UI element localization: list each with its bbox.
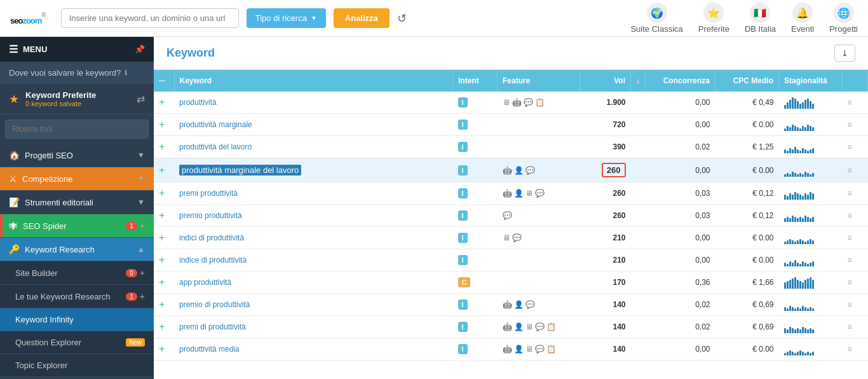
keyword-cell[interactable]: produttività marginale del lavoro <box>174 158 453 183</box>
row-dots[interactable]: + <box>154 272 174 294</box>
sidebar-item-le-tue-keyword[interactable]: Le tue Keyword Research 1 + <box>0 285 154 308</box>
mini-bar <box>802 306 804 311</box>
keyword-cell[interactable]: app produttività <box>174 272 453 294</box>
analizza-button[interactable]: Analizza <box>334 8 390 28</box>
mini-bar <box>812 173 814 177</box>
logo-seo: seo <box>10 16 22 25</box>
row-dots[interactable]: + <box>154 183 174 205</box>
row-dots[interactable]: + <box>154 136 174 158</box>
add-keyword-button[interactable]: + <box>159 119 165 130</box>
list-button[interactable]: ≡ <box>843 338 868 361</box>
row-dots[interactable]: + <box>154 338 174 361</box>
list-button[interactable]: ≡ <box>843 294 868 316</box>
export-button[interactable]: ⤓ <box>834 45 855 62</box>
sidebar-item-competizione[interactable]: ⚔ Competizione ▼ <box>0 167 154 191</box>
robot-icon: 🤖 <box>503 300 512 309</box>
row-dots[interactable]: + <box>154 114 174 136</box>
row-dots[interactable]: + <box>154 294 174 316</box>
row-dots[interactable]: + <box>154 227 174 249</box>
eventi-icon[interactable]: 🔔 Eventi <box>791 3 814 34</box>
cpc-cell: € 0,69 <box>715 316 779 338</box>
list-button[interactable]: ≡ <box>843 183 868 205</box>
add-keyword-button[interactable]: + <box>159 232 165 244</box>
col-vol[interactable]: Vol <box>580 70 631 92</box>
keyword-cell[interactable]: indici di produttività <box>174 227 453 249</box>
mini-bar <box>789 174 791 177</box>
col-concorrenza[interactable]: Concorrenza <box>646 70 715 92</box>
sidebar-item-topic-explorer[interactable]: Topic Explorer <box>0 354 154 377</box>
mini-bar <box>799 281 801 289</box>
db-italia-icon[interactable]: 🇮🇹 DB Italia <box>745 3 776 34</box>
col-feature[interactable]: Feature <box>498 70 580 92</box>
plus-icon[interactable]: + <box>140 291 145 301</box>
list-button[interactable]: ≡ <box>843 92 868 114</box>
col-keyword[interactable]: Keyword <box>174 70 453 92</box>
mini-bar <box>794 173 796 177</box>
col-sort[interactable]: ↓ <box>631 70 646 92</box>
keyword-cell[interactable]: premio di produttività <box>174 294 453 316</box>
list-button[interactable]: ≡ <box>843 205 868 227</box>
sidebar-item-keyword-research[interactable]: 🔑 Keyword Research ▲ <box>0 238 154 261</box>
mini-bar <box>792 216 794 222</box>
list-icon: 📋 <box>546 345 556 354</box>
add-keyword-button[interactable]: + <box>159 210 165 221</box>
list-button[interactable]: ≡ <box>843 316 868 338</box>
keyword-cell[interactable]: produttività marginale <box>174 114 453 136</box>
add-keyword-button[interactable]: + <box>159 97 165 108</box>
sidebar-item-progetti-seo[interactable]: 🏠 Progetti SEO ▼ <box>0 144 154 167</box>
suite-classica-icon[interactable]: 🌍 Suite Classica <box>630 3 682 34</box>
row-dots[interactable]: + <box>154 158 174 183</box>
keyword-cell[interactable]: indice di produttività <box>174 249 453 272</box>
list-button[interactable]: ≡ <box>843 136 868 158</box>
add-keyword-button[interactable]: + <box>159 165 165 176</box>
col-stagionalita[interactable]: Stagionalità <box>779 70 843 92</box>
plus-icon[interactable]: + <box>140 268 145 278</box>
keyword-cell[interactable]: produttività media <box>174 338 453 361</box>
swap-icon[interactable]: ⇄ <box>137 93 145 105</box>
table-row: +indici di produttivitàI🖥💬2100,00€ 0.00≡ <box>154 227 868 249</box>
keyword-preferite-section[interactable]: ★ Keyword Preferite 0 keyword salvate ⇄ <box>0 84 154 114</box>
progetti-icon[interactable]: 🌐 Progetti <box>829 3 858 34</box>
add-keyword-button[interactable]: + <box>159 343 165 355</box>
keyword-cell[interactable]: premio produttività <box>174 205 453 227</box>
row-dots[interactable]: + <box>154 205 174 227</box>
add-keyword-button[interactable]: + <box>159 277 165 288</box>
add-keyword-button[interactable]: + <box>159 254 165 266</box>
keyword-cell[interactable]: premi produttività <box>174 183 453 205</box>
search-input[interactable] <box>61 8 239 28</box>
history-button[interactable]: ↺ <box>397 11 407 25</box>
sidebar-item-question-explorer[interactable]: Question Explorer New <box>0 331 154 354</box>
col-cpc[interactable]: CPC Medio <box>715 70 779 92</box>
sidebar-item-strumenti-editoriali[interactable]: 📝 Strumenti editoriali ▼ <box>0 191 154 214</box>
add-keyword-button[interactable]: + <box>159 188 165 199</box>
sidebar-item-keyword-infinity[interactable]: Keyword Infinity <box>0 308 154 331</box>
menu-label: MENU <box>23 45 47 54</box>
tipo-ricerca-button[interactable]: Tipo di ricerca ▼ <box>247 8 326 28</box>
list-button[interactable]: ≡ <box>843 114 868 136</box>
row-dots[interactable]: + <box>154 92 174 114</box>
search-tool-input[interactable] <box>5 120 149 139</box>
add-keyword-button[interactable]: + <box>159 299 165 310</box>
plus-icon[interactable]: + <box>140 221 145 231</box>
keyword-cell[interactable]: produttività <box>174 92 453 114</box>
row-dots[interactable]: + <box>154 316 174 338</box>
keyword-cell[interactable]: produttività del lavoro <box>174 136 453 158</box>
list-button[interactable]: ≡ <box>843 249 868 272</box>
mini-bar <box>810 328 811 333</box>
sidebar-item-seo-spider[interactable]: 🕷 SEO Spider 1 + <box>0 214 154 238</box>
preferite-icon[interactable]: ⭐ Preferite <box>698 3 729 34</box>
table-row: +produttività mediaI🤖👤🖥💬📋1400,00€ 0.00≡ <box>154 338 868 361</box>
sidebar-item-site-builder[interactable]: Site Builder 0 + <box>0 261 154 285</box>
site-builder-label: Site Builder <box>15 268 126 278</box>
pin-icon[interactable]: 📌 <box>135 45 145 54</box>
list-button[interactable]: ≡ <box>843 158 868 183</box>
add-keyword-button[interactable]: + <box>159 321 165 333</box>
list-button[interactable]: ≡ <box>843 227 868 249</box>
feature-cell: 🖥🤖💬📋 <box>498 92 580 114</box>
list-button[interactable]: ≡ <box>843 272 868 294</box>
add-keyword-button[interactable]: + <box>159 141 165 153</box>
row-dots[interactable]: + <box>154 249 174 272</box>
person-icon: 👤 <box>514 300 524 309</box>
keyword-cell[interactable]: premi di produttività <box>174 316 453 338</box>
col-intent[interactable]: Intent <box>453 70 498 92</box>
